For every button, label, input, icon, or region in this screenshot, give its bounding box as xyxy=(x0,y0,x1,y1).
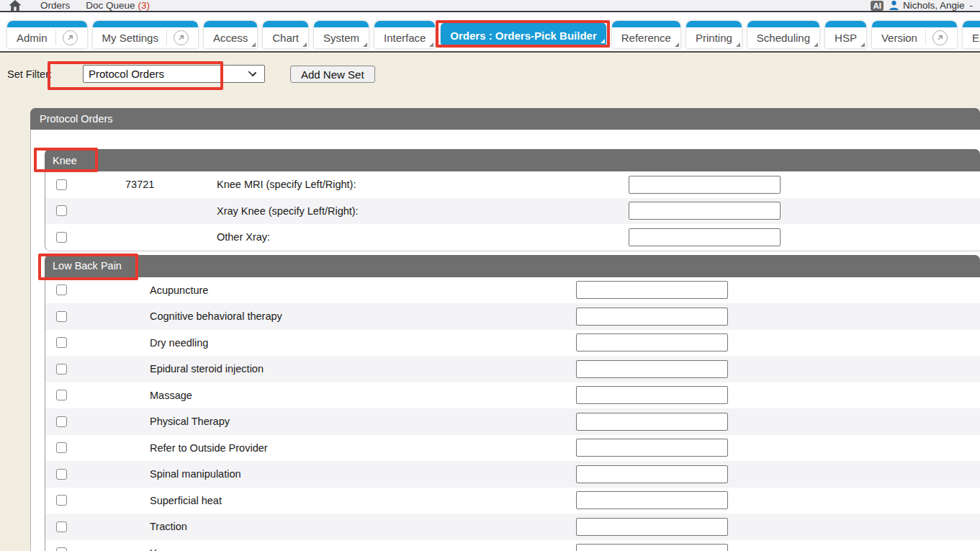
tab-orders-pick-builder-active[interactable]: Orders : Orders-Pick Builder xyxy=(441,22,606,45)
tab-interface[interactable]: Interface xyxy=(374,21,435,48)
order-label: Epidural steroid injection xyxy=(150,363,576,375)
set-filter-select[interactable]: Protocol Orders xyxy=(83,65,265,83)
panel-title: Protocol Orders xyxy=(40,113,113,125)
order-label: Spinal manipulation xyxy=(150,468,576,480)
order-checkbox[interactable] xyxy=(56,285,67,295)
order-detail-input[interactable] xyxy=(576,281,728,299)
order-checkbox[interactable] xyxy=(56,337,67,348)
tab-reference[interactable]: Reference xyxy=(612,21,680,48)
user-icon xyxy=(889,0,899,11)
order-checkbox[interactable] xyxy=(56,232,67,243)
popout-icon[interactable] xyxy=(63,30,78,45)
panel-body: Knee 73721 Knee MRI (specify Left/Right)… xyxy=(30,130,980,551)
doc-queue-count: (3) xyxy=(138,0,150,11)
order-detail-input[interactable] xyxy=(576,308,728,326)
order-label: Knee MRI (specify Left/Right): xyxy=(217,179,629,190)
section-title: Low Back Pain xyxy=(53,260,122,272)
order-checkbox[interactable] xyxy=(56,179,67,190)
order-row: 73721 Knee MRI (specify Left/Right): xyxy=(45,171,980,198)
tab-my-settings[interactable]: My Settings xyxy=(93,21,198,48)
section-body: 73721 Knee MRI (specify Left/Right): Xra… xyxy=(45,171,980,251)
order-row: Cognitive behavioral therapy xyxy=(45,303,980,330)
add-new-set-button[interactable]: Add New Set xyxy=(290,66,375,83)
order-detail-input[interactable] xyxy=(576,413,728,431)
order-checkbox[interactable] xyxy=(56,311,67,322)
order-row: Physical Therapy xyxy=(45,408,980,435)
set-filter-select-wrap: Protocol Orders xyxy=(83,65,265,83)
order-checkbox[interactable] xyxy=(56,495,67,506)
tab-hsp[interactable]: HSP xyxy=(825,21,866,48)
tab-scheduling[interactable]: Scheduling xyxy=(747,21,819,48)
order-row: Refer to Outside Provider xyxy=(45,435,980,462)
order-label: Dry needling xyxy=(150,337,576,349)
order-row: Dry needling xyxy=(45,330,980,357)
protocol-orders-panel: Protocol Orders Knee 73721 Knee MRI (spe… xyxy=(30,108,980,551)
order-detail-input[interactable] xyxy=(576,544,728,551)
order-checkbox[interactable] xyxy=(56,469,67,480)
order-code: 73721 xyxy=(125,179,217,190)
tab-chart[interactable]: Chart xyxy=(263,21,308,48)
order-label: Xray Knee (specify Left/Right): xyxy=(217,205,629,217)
tab-version[interactable]: Version xyxy=(872,21,957,48)
user-name[interactable]: Nichols, Angie xyxy=(903,0,965,11)
order-checkbox[interactable] xyxy=(56,364,67,375)
order-detail-input[interactable] xyxy=(576,360,728,378)
orders-link[interactable]: Orders xyxy=(40,0,70,11)
order-checkbox[interactable] xyxy=(56,205,67,216)
order-label: Yoga xyxy=(150,547,576,551)
order-detail-input[interactable] xyxy=(629,202,781,220)
user-name-suffix: - xyxy=(970,0,974,11)
order-row: Traction xyxy=(45,514,980,540)
order-checkbox[interactable] xyxy=(56,416,67,427)
tab-system[interactable]: System xyxy=(314,21,369,48)
order-row: Acupuncture xyxy=(45,277,980,304)
order-row: Yoga xyxy=(45,540,980,551)
order-label: Acupuncture xyxy=(150,285,576,296)
order-detail-input[interactable] xyxy=(629,228,781,246)
order-detail-input[interactable] xyxy=(629,176,781,194)
home-icon[interactable] xyxy=(9,0,22,11)
tab-admin[interactable]: Admin xyxy=(7,21,87,48)
order-checkbox[interactable] xyxy=(56,442,67,453)
panel-header: Protocol Orders xyxy=(30,108,980,130)
section-header: Low Back Pain xyxy=(45,255,980,277)
admin-tab-strip: Admin My Settings Access Chart System In… xyxy=(0,12,980,53)
popout-icon[interactable] xyxy=(932,30,948,45)
order-detail-input[interactable] xyxy=(576,491,728,509)
order-label: Cognitive behavioral therapy xyxy=(150,310,576,322)
filter-bar: Set Filter: Protocol Orders Add New Set xyxy=(0,54,980,108)
order-row: Superficial heat xyxy=(45,488,980,514)
order-row: Spinal manipulation xyxy=(45,461,980,488)
tab-printing[interactable]: Printing xyxy=(686,21,742,48)
top-bar-user-area: AI Nichols, Angie - xyxy=(871,0,973,11)
order-detail-input[interactable] xyxy=(576,386,728,404)
order-detail-input[interactable] xyxy=(576,518,728,536)
set-filter-label: Set Filter: xyxy=(7,68,52,80)
order-detail-input[interactable] xyxy=(576,333,728,351)
tab-access[interactable]: Access xyxy=(204,21,257,48)
order-detail-input[interactable] xyxy=(576,439,728,457)
order-detail-input[interactable] xyxy=(576,465,728,483)
order-label: Physical Therapy xyxy=(150,416,576,427)
section-low-back-pain: Low Back Pain Acupuncture Cognitive beha… xyxy=(45,255,980,551)
order-checkbox[interactable] xyxy=(56,390,67,400)
order-checkbox[interactable] xyxy=(56,521,67,532)
tab-employer-organizations[interactable]: Employer Organizations xyxy=(963,21,980,48)
order-checkbox[interactable] xyxy=(56,547,67,551)
order-row: Other Xray: xyxy=(45,224,980,251)
ai-badge[interactable]: AI xyxy=(871,1,884,11)
order-label: Superficial heat xyxy=(150,495,576,506)
popout-icon[interactable] xyxy=(174,30,189,45)
section-knee: Knee 73721 Knee MRI (specify Left/Right)… xyxy=(45,149,980,251)
section-title: Knee xyxy=(53,155,77,166)
order-label: Traction xyxy=(150,521,576,532)
section-body: Acupuncture Cognitive behavioral therapy… xyxy=(45,277,980,551)
doc-queue-link[interactable]: Doc Queue xyxy=(86,0,135,11)
top-bar: Orders Doc Queue (3) AI Nichols, Angie - xyxy=(0,0,980,12)
order-label: Other Xray: xyxy=(217,231,629,243)
order-row: Epidural steroid injection xyxy=(45,356,980,382)
section-header: Knee xyxy=(45,149,980,171)
order-row: Xray Knee (specify Left/Right): xyxy=(45,198,980,225)
order-label: Massage xyxy=(150,390,576,401)
order-label: Refer to Outside Provider xyxy=(150,442,576,454)
